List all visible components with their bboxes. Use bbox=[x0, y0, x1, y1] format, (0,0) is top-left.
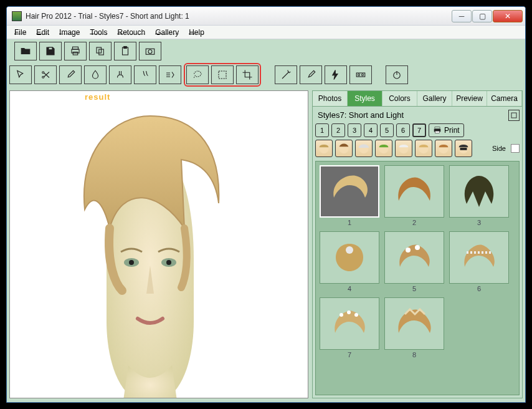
svg-point-9 bbox=[148, 50, 152, 54]
flash-tool[interactable] bbox=[325, 65, 347, 84]
tab-gallery[interactable]: Gallery bbox=[417, 91, 452, 106]
face-preset-5[interactable] bbox=[395, 140, 412, 157]
photo-preview bbox=[47, 103, 253, 398]
menu-image[interactable]: Image bbox=[55, 27, 83, 38]
save-button[interactable] bbox=[39, 42, 62, 60]
styles-title: Styles7: Short and Light bbox=[315, 109, 508, 121]
page-1[interactable]: 1 bbox=[315, 123, 329, 137]
power-button[interactable] bbox=[386, 65, 408, 84]
menubar: File Edit Image Tools Retouch Gallery He… bbox=[7, 26, 525, 39]
hair-label-4: 4 bbox=[348, 285, 351, 292]
paste-button[interactable] bbox=[114, 42, 136, 60]
minimize-button[interactable]: ─ bbox=[452, 10, 472, 22]
clone-tool[interactable] bbox=[134, 65, 156, 84]
window-title: Hair Pro 2012 - Trial - Styles7 - Short … bbox=[26, 12, 452, 21]
hair-thumb-2[interactable] bbox=[384, 165, 444, 218]
hair-thumb-7[interactable] bbox=[320, 297, 379, 350]
hair-thumb-3[interactable] bbox=[449, 165, 509, 218]
tape-tool[interactable] bbox=[349, 65, 372, 84]
printer-icon bbox=[433, 126, 442, 135]
hair-thumb-6[interactable] bbox=[449, 231, 509, 284]
side-label: Side bbox=[492, 145, 506, 152]
face-preset-1[interactable] bbox=[315, 140, 333, 157]
tab-camera[interactable]: Camera bbox=[487, 91, 522, 106]
svg-point-37 bbox=[415, 245, 420, 250]
face-preset-2[interactable] bbox=[335, 140, 353, 157]
cut-tool[interactable] bbox=[159, 65, 181, 84]
page-row: 1 2 3 4 5 6 7 Print bbox=[315, 123, 520, 137]
tab-preview[interactable]: Preview bbox=[452, 91, 487, 106]
hair-thumb-5[interactable] bbox=[384, 231, 444, 284]
blur-tool[interactable] bbox=[84, 65, 107, 84]
page-3[interactable]: 3 bbox=[348, 123, 361, 137]
page-5[interactable]: 5 bbox=[380, 123, 394, 137]
face-preset-row: Side bbox=[315, 140, 520, 157]
tab-colors[interactable]: Colors bbox=[382, 91, 417, 106]
svg-point-15 bbox=[362, 74, 364, 76]
print-styles-button[interactable]: Print bbox=[429, 123, 464, 137]
smudge-tool[interactable] bbox=[109, 65, 131, 84]
tab-styles[interactable]: Styles bbox=[348, 91, 382, 106]
page-6[interactable]: 6 bbox=[396, 123, 410, 137]
tabs: Photos Styles Colors Gallery Preview Cam… bbox=[313, 91, 522, 107]
svg-point-11 bbox=[42, 76, 44, 78]
svg-point-21 bbox=[166, 260, 171, 265]
workspace: result bbox=[7, 39, 525, 402]
hair-label-2: 2 bbox=[412, 219, 416, 226]
tab-photos[interactable]: Photos bbox=[313, 91, 348, 106]
hair-thumb-1[interactable] bbox=[320, 165, 379, 218]
face-preset-8[interactable] bbox=[455, 140, 472, 157]
hair-label-8: 8 bbox=[412, 351, 416, 358]
wand-tool[interactable] bbox=[275, 65, 297, 84]
page-4[interactable]: 4 bbox=[364, 123, 378, 137]
svg-rect-0 bbox=[49, 47, 52, 50]
app-window: Hair Pro 2012 - Trial - Styles7 - Short … bbox=[6, 6, 526, 403]
window-controls: ─ ▢ ✕ bbox=[452, 10, 523, 22]
copy-button[interactable] bbox=[89, 42, 112, 60]
face-preset-3[interactable] bbox=[355, 140, 373, 157]
hair-label-5: 5 bbox=[412, 285, 416, 292]
svg-point-10 bbox=[42, 72, 44, 74]
face-preset-7[interactable] bbox=[435, 140, 452, 157]
close-button[interactable]: ✕ bbox=[493, 10, 523, 22]
svg-rect-3 bbox=[73, 52, 78, 55]
selection-tools-highlight bbox=[184, 63, 261, 87]
camera-button[interactable] bbox=[139, 42, 161, 60]
toolbar-file bbox=[9, 42, 523, 60]
open-button[interactable] bbox=[14, 42, 37, 60]
eyedropper-tool[interactable] bbox=[59, 65, 82, 84]
menu-retouch[interactable]: Retouch bbox=[113, 27, 149, 38]
collapse-button[interactable] bbox=[508, 110, 520, 121]
menu-gallery[interactable]: Gallery bbox=[151, 27, 183, 38]
marquee-tool[interactable] bbox=[211, 65, 234, 84]
menu-tools[interactable]: Tools bbox=[86, 27, 111, 38]
toolbar-tools bbox=[9, 63, 523, 87]
menu-file[interactable]: File bbox=[11, 27, 30, 38]
svg-point-40 bbox=[354, 313, 358, 317]
hair-label-1: 1 bbox=[348, 219, 351, 226]
print-button[interactable] bbox=[64, 42, 87, 60]
svg-rect-7 bbox=[124, 47, 127, 49]
svg-rect-22 bbox=[511, 113, 516, 118]
pointer-tool[interactable] bbox=[9, 65, 32, 84]
page-2[interactable]: 2 bbox=[331, 123, 345, 137]
svg-rect-23 bbox=[435, 127, 440, 129]
hair-thumb-8[interactable] bbox=[384, 297, 444, 350]
svg-point-35 bbox=[346, 246, 353, 254]
menu-edit[interactable]: Edit bbox=[32, 27, 53, 38]
face-preset-4[interactable] bbox=[375, 140, 392, 157]
menu-help[interactable]: Help bbox=[185, 27, 208, 38]
canvas[interactable]: result bbox=[9, 90, 308, 398]
face-preset-6[interactable] bbox=[415, 140, 432, 157]
lasso-tool[interactable] bbox=[186, 65, 209, 84]
scissors-tool[interactable] bbox=[34, 65, 57, 84]
page-7[interactable]: 7 bbox=[412, 123, 426, 137]
maximize-button[interactable]: ▢ bbox=[472, 10, 492, 22]
brush-tool[interactable] bbox=[300, 65, 322, 84]
titlebar: Hair Pro 2012 - Trial - Styles7 - Short … bbox=[7, 7, 525, 26]
svg-rect-34 bbox=[460, 148, 467, 150]
hair-grid: 1 2 3 4 5 6 7 8 bbox=[315, 161, 520, 395]
side-checkbox[interactable] bbox=[511, 144, 520, 153]
hair-thumb-4[interactable] bbox=[320, 231, 379, 284]
crop-tool[interactable] bbox=[236, 65, 259, 84]
